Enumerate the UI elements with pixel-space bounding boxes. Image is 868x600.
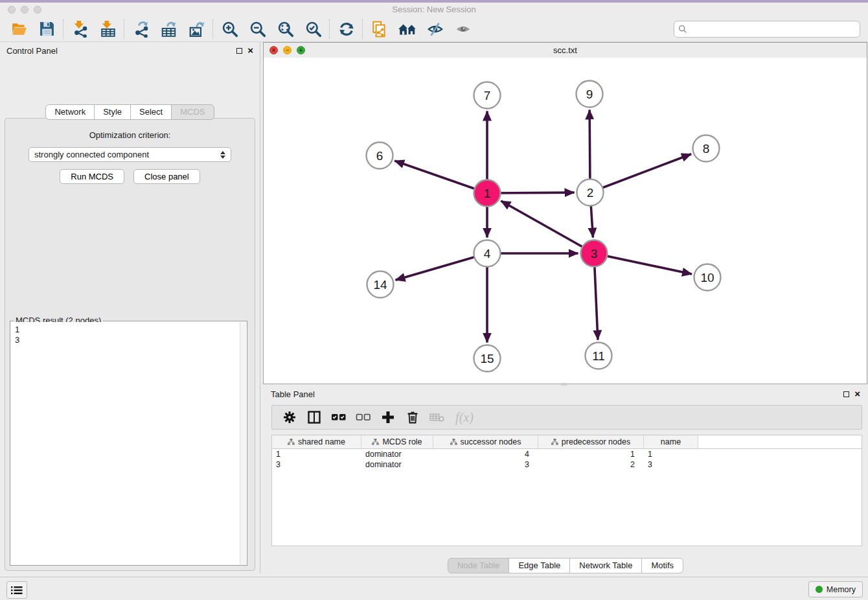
column-header-successor-nodes[interactable]: successor nodes [433,435,538,448]
plus-icon [382,411,394,424]
table-panel: Table Panel × [263,386,868,577]
table-cell: 1 [538,450,644,459]
result-scrollbar[interactable] [240,322,246,564]
graph-edge-4-14[interactable] [396,253,487,280]
graph-node-9[interactable]: 9 [577,81,603,108]
node-table-header: shared name MCDS role successor nodes pr… [272,435,862,449]
flow-icon [450,439,457,445]
search-input[interactable] [687,23,856,34]
graph-node-8[interactable]: 8 [693,135,720,162]
table-cell: 1 [644,450,698,459]
column-header-mcds-role[interactable]: MCDS role [361,435,433,448]
export-table-button[interactable] [155,18,183,40]
copy-network-icon [371,21,388,38]
table-settings-button[interactable] [277,408,302,427]
tab-node-table[interactable]: Node Table [448,558,510,573]
open-session-button[interactable] [5,18,33,40]
network-close-button[interactable]: × [269,46,278,54]
tab-network-table[interactable]: Network Table [569,558,642,573]
tab-motifs[interactable]: Motifs [641,558,683,573]
first-neighbors-button[interactable] [393,18,421,40]
control-panel-header: Control Panel × [0,42,260,59]
zoom-selected-icon [305,21,322,38]
task-history-button[interactable] [6,581,27,599]
open-folder-icon [11,21,28,38]
graph-node-label: 11 [592,349,605,363]
float-table-panel-icon[interactable] [843,391,849,397]
tab-mcds[interactable]: MCDS [171,104,214,120]
mcds-result-list[interactable]: 13 [11,322,240,564]
export-image-icon [188,21,205,38]
column-header-predecessor-nodes[interactable]: predecessor nodes [538,435,644,448]
network-minimize-button[interactable]: – [283,46,291,54]
zoom-fit-button[interactable] [271,18,299,40]
node-table-body: 1dominator4113dominator323 [272,449,862,470]
graph-node-15[interactable]: 15 [474,345,501,372]
graph-edge-1-6[interactable] [394,161,487,193]
network-canvas[interactable]: 7968124314101511 [264,58,867,384]
close-panel-button[interactable]: Close panel [133,169,200,184]
graph-node-7[interactable]: 7 [474,82,501,109]
deselect-all-icon [356,412,371,422]
import-network-button[interactable] [66,18,94,40]
graph-node-14[interactable]: 14 [367,271,394,298]
zoom-in-button[interactable] [216,18,244,40]
graph-node-label: 10 [700,271,714,284]
graph-node-10[interactable]: 10 [694,264,721,291]
gear-icon [283,411,296,424]
table-row[interactable]: 3dominator323 [272,459,862,470]
run-mcds-button[interactable]: Run MCDS [60,169,124,184]
import-table-button[interactable] [94,18,122,40]
column-header-name[interactable]: name [644,435,698,448]
table-panel-tabs: Node Table Edge Table Network Table Moti… [263,558,868,573]
zoom-out-button[interactable] [244,18,271,40]
table-cell: dominator [361,460,433,469]
select-stepper-icon [220,151,225,159]
graph-node-3[interactable]: 3 [581,240,608,267]
columns-icon [308,411,321,424]
copy-network-view-button[interactable] [365,18,393,40]
table-cell: 4 [433,450,538,459]
column-header-shared-name[interactable]: shared name [272,435,361,448]
delete-column-button[interactable] [400,408,425,427]
tab-network[interactable]: Network [45,104,95,120]
graph-node-label: 14 [373,278,387,292]
save-session-button[interactable] [33,18,61,40]
import-table-icon [100,21,117,38]
graph-node-11[interactable]: 11 [586,343,612,369]
export-network-icon [133,21,150,38]
function-builder-button[interactable]: f(x) [450,408,479,427]
column-layout-button[interactable] [302,408,326,427]
select-all-rows-button[interactable] [326,408,351,427]
export-image-button[interactable] [183,18,211,40]
graph-edge-3-1[interactable] [501,201,594,253]
network-maximize-button[interactable]: + [297,46,305,54]
graph-node-2[interactable]: 2 [577,179,604,206]
refresh-view-button[interactable] [332,18,360,40]
show-all-button[interactable] [449,18,477,40]
memory-button[interactable]: Memory [808,581,863,597]
close-panel-icon[interactable]: × [247,47,253,54]
deselect-all-rows-button[interactable] [351,408,376,427]
tab-style[interactable]: Style [94,104,131,120]
delete-table-button[interactable] [425,408,450,427]
float-panel-icon[interactable] [236,48,242,54]
tab-edge-table[interactable]: Edge Table [508,558,570,573]
table-toolbar: f(x) [271,405,862,430]
application-window: Session: New Session [0,0,868,600]
hide-selected-button[interactable] [421,18,449,40]
close-table-panel-icon[interactable]: × [854,391,860,397]
tab-select[interactable]: Select [130,104,172,120]
table-row[interactable]: 1dominator411 [272,449,862,459]
zoom-selected-button[interactable] [299,18,327,40]
criterion-select[interactable]: strongly connected component [29,147,231,162]
export-network-button[interactable] [127,18,155,40]
fx-icon: f(x) [455,410,474,425]
graph-edge-2-8[interactable] [590,154,691,192]
double-home-icon [398,21,417,38]
graph-edge-3-10[interactable] [594,253,692,274]
graph-node-6[interactable]: 6 [367,143,393,169]
create-column-button[interactable] [376,408,400,427]
graph-node-4[interactable]: 4 [474,240,501,267]
graph-node-1[interactable]: 1 [474,180,501,207]
